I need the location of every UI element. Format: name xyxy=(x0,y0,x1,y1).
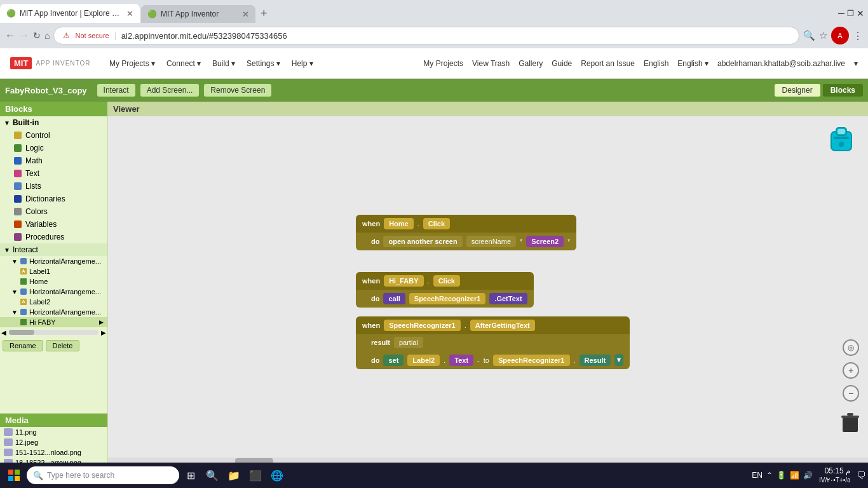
center-view-button[interactable]: ◎ xyxy=(843,339,859,356)
event-aftergetting[interactable]: AfterGettingText xyxy=(470,320,535,331)
sidebar-item-colors[interactable]: Colors xyxy=(0,205,107,218)
taskbar-icon-view[interactable]: ⊞ xyxy=(180,465,201,485)
forward-button[interactable]: → xyxy=(19,30,29,41)
back-button[interactable]: ← xyxy=(5,30,15,41)
component-home[interactable]: Home xyxy=(384,218,414,229)
nav-build[interactable]: Build ▾ xyxy=(207,57,240,70)
call-label[interactable]: call xyxy=(383,293,405,304)
delete-button[interactable]: Delete xyxy=(46,340,80,351)
avatar[interactable]: A xyxy=(831,27,849,44)
notification-icon[interactable]: 🗨 xyxy=(857,470,865,480)
blocks-button[interactable]: Blocks xyxy=(823,84,863,97)
media-item-1[interactable]: 11.png xyxy=(0,427,107,437)
tab-close-1[interactable]: ✕ xyxy=(126,9,133,18)
set-label[interactable]: set xyxy=(383,355,403,366)
event-click-1[interactable]: Click xyxy=(423,218,450,229)
sidebar-item-hi-faby[interactable]: Hi FABY ▶ xyxy=(0,317,107,327)
link-gallery[interactable]: Gallery xyxy=(519,59,543,68)
link-report[interactable]: Report an Issue xyxy=(581,59,635,68)
source-speech[interactable]: SpeechRecognizer1 xyxy=(493,355,570,366)
nav-my-projects[interactable]: My Projects ▾ xyxy=(104,57,160,70)
taskbar-icon-files[interactable]: 📁 xyxy=(224,465,244,485)
sidebar-item-procedures[interactable]: Procedures xyxy=(0,231,107,243)
sidebar-item-home[interactable]: Home xyxy=(0,276,107,287)
new-tab-button[interactable]: + xyxy=(255,7,273,20)
sidebar-item-variables[interactable]: Variables xyxy=(0,218,107,231)
backpack-icon[interactable] xyxy=(825,123,858,156)
sidebar-item-ha3[interactable]: ▼ HorizontalArrangeme... xyxy=(0,307,107,317)
nav-connect[interactable]: Connect ▾ xyxy=(161,57,206,70)
blocks-canvas[interactable]: when Home . Click do open another screen… xyxy=(108,116,868,465)
nav-settings[interactable]: Settings ▾ xyxy=(241,57,285,70)
home-button[interactable]: ⌂ xyxy=(44,30,50,41)
param-screenname[interactable]: screenName xyxy=(466,236,516,247)
scroll-left-btn[interactable]: ◀ xyxy=(0,329,8,336)
component-hifaby[interactable]: Hi_FABY xyxy=(384,275,423,287)
sidebar-item-ha1[interactable]: ▼ HorizontalArrangeme... xyxy=(0,256,107,266)
media-item-3[interactable]: 151-1512...nload.png xyxy=(0,447,107,458)
dot-3: . xyxy=(465,322,466,329)
result-prop[interactable]: Result xyxy=(580,355,611,366)
scroll-right-btn[interactable]: ▶ xyxy=(100,329,107,336)
sidebar-item-dictionaries[interactable]: Dictionaries xyxy=(0,193,107,205)
tab-2[interactable]: 🟢 MIT App Inventor ✕ xyxy=(141,5,255,23)
designer-button[interactable]: Designer xyxy=(775,84,820,97)
header-right: My Projects View Trash Gallery Guide Rep… xyxy=(423,59,858,68)
link-my-projects[interactable]: My Projects xyxy=(423,59,463,68)
component-speech[interactable]: SpeechRecognizer1 xyxy=(384,320,461,331)
link-view-trash[interactable]: View Trash xyxy=(472,59,510,68)
bookmark-icon[interactable]: ☆ xyxy=(819,30,827,41)
sidebar-item-logic[interactable]: Logic xyxy=(0,142,107,154)
close-window-button[interactable]: ✕ xyxy=(857,8,864,18)
get-text-method[interactable]: .GetText xyxy=(489,293,527,304)
remove-screen-button[interactable]: Remove Screen xyxy=(204,84,271,97)
volume-icon: 🔊 xyxy=(803,471,813,480)
minimize-button[interactable]: ─ xyxy=(838,8,844,18)
sidebar-item-text[interactable]: Text xyxy=(0,167,107,180)
sidebar-item-control[interactable]: Control xyxy=(0,129,107,142)
partial-value[interactable]: partial xyxy=(394,337,423,348)
tab-1[interactable]: 🟢 MIT App Inventor | Explore MIT A... ✕ xyxy=(0,4,140,23)
target-label2[interactable]: Label2 xyxy=(407,355,440,366)
taskbar-icon-terminal[interactable]: ⬛ xyxy=(245,465,266,485)
screen2-value[interactable]: Screen2 xyxy=(526,236,564,247)
interact-group-header[interactable]: ▼ Interact xyxy=(0,243,107,256)
english-dropdown[interactable]: English ▾ xyxy=(677,59,709,68)
media-item-2[interactable]: 12.jpeg xyxy=(0,437,107,447)
trash-icon[interactable] xyxy=(841,412,859,433)
reload-button[interactable]: ↻ xyxy=(33,30,41,41)
sidebar-item-lists[interactable]: Lists xyxy=(0,180,107,193)
nav-help[interactable]: Help ▾ xyxy=(287,57,318,70)
built-in-group[interactable]: ▼ Built-in xyxy=(0,116,107,129)
rename-button[interactable]: Rename xyxy=(3,340,43,351)
taskbar-search-box[interactable]: 🔍 Type here to search xyxy=(27,466,179,484)
result-dropdown[interactable]: ▾ xyxy=(614,354,623,366)
sidebar-item-label2[interactable]: A Label2 xyxy=(0,297,107,307)
link-english[interactable]: English xyxy=(644,59,668,68)
sidebar-item-math[interactable]: Math xyxy=(0,154,107,167)
text-label[interactable]: Text xyxy=(449,355,473,366)
tab-close-2[interactable]: ✕ xyxy=(242,10,249,19)
action-open-screen[interactable]: open another screen xyxy=(383,236,462,247)
sidebar-item-ha2[interactable]: ▼ HorizontalArrangeme... xyxy=(0,287,107,297)
chevron-up-icon[interactable]: ⌃ xyxy=(766,471,773,480)
taskbar-icon-search[interactable]: 🔍 xyxy=(202,465,222,485)
menu-icon[interactable]: ⋮ xyxy=(853,30,863,42)
zoom-in-button[interactable]: + xyxy=(843,362,859,379)
speech-service[interactable]: SpeechRecognizer1 xyxy=(409,293,486,304)
zoom-out-button[interactable]: − xyxy=(843,385,859,402)
maximize-button[interactable]: ❐ xyxy=(847,9,854,18)
add-screen-button[interactable]: Add Screen... xyxy=(140,84,200,97)
link-guide[interactable]: Guide xyxy=(552,59,572,68)
start-button[interactable] xyxy=(3,464,25,487)
address-bar[interactable]: ⚠ Not secure | ai2.appinventor.mit.edu/#… xyxy=(53,27,799,44)
built-in-expand-icon: ▼ xyxy=(4,119,10,126)
user-dropdown[interactable]: ▾ xyxy=(854,59,858,68)
source-dot: . xyxy=(574,356,576,364)
link-user[interactable]: abdelrhaman.khattab@soib.azhar.live xyxy=(717,59,845,68)
taskbar-icon-chrome[interactable]: 🌐 xyxy=(267,465,287,485)
interact-button[interactable]: Interact xyxy=(97,84,135,97)
search-icon[interactable]: 🔍 xyxy=(803,30,815,41)
event-click-2[interactable]: Click xyxy=(433,275,460,287)
sidebar-item-label1[interactable]: A Label1 xyxy=(0,266,107,276)
